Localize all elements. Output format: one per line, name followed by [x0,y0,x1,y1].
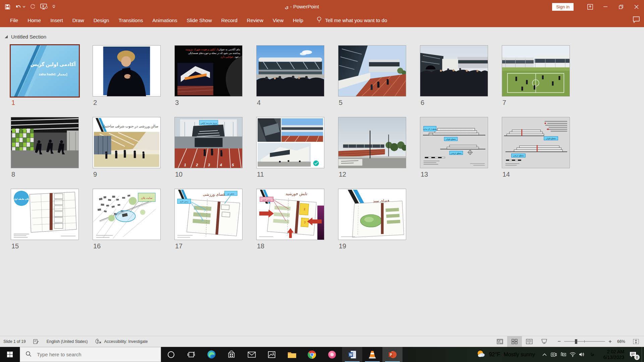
slide-thumbnail-15[interactable]: پلان طبقه اول [11,189,79,240]
section-header[interactable]: Untitled Section [5,34,46,40]
tab-view[interactable]: View [268,13,288,27]
zoom-slider-thumb[interactable] [575,339,577,344]
slide-thumbnail-9[interactable]: سالن ورزشی در جنوب شرقی ساختمان [93,117,161,168]
tab-slide-show[interactable]: Slide Show [182,13,216,27]
slide-thumbnail-13[interactable]: مقطع از کل سایت مقطع طولی مقطع عرضی [420,117,488,168]
slide-cell: آکادمی اولین گریس zaha hadid: معمار]1 [11,45,79,110]
accessibility-status[interactable]: Accessibility: Investigate [95,338,148,345]
tab-transitions[interactable]: Transitions [114,13,148,27]
search-input[interactable] [36,351,138,358]
slide-thumbnail-10[interactable]: 12345 ورود مدرسه اولین [174,117,243,168]
slide-thumbnail-14[interactable]: مقطع طولی مقطع عرضی [502,117,570,168]
wifi-icon[interactable] [568,347,577,362]
taskbar-app-your-phone-icon[interactable] [322,347,342,362]
zoom-out-button[interactable]: − [557,338,561,345]
slide-thumbnail-2[interactable] [93,45,161,97]
weather-widget[interactable]: 92°F Mostly sunny [472,347,540,362]
meet-now-icon[interactable] [549,347,558,362]
tab-design[interactable]: Design [89,13,114,27]
slide-thumbnail-18[interactable]: تابش خورشید 2 7 زمین بازی [256,189,324,240]
start-slideshow-icon[interactable] [40,4,48,10]
taskbar-app-edge-icon[interactable] [201,347,221,362]
slide-thumbnail-1[interactable]: آکادمی اولین گریس zaha hadid: معمار] [11,45,79,97]
slide-show-button[interactable] [537,336,551,347]
section-collapse-icon[interactable] [5,34,8,40]
zoom-in-button[interactable]: + [608,338,612,345]
customize-qat-icon[interactable] [52,5,55,8]
svg-text:پنداشته می شود که در محله و حو: پنداشته می شود که در محله و حوزه های همس… [188,52,240,55]
slide-thumbnail-12[interactable] [338,117,406,168]
svg-text:بخش دو: بخش دو [227,193,234,195]
taskbar-search[interactable] [20,347,161,362]
slide-number: 8 [11,171,15,178]
taskbar-app-photos-icon[interactable] [262,347,282,362]
tab-animations[interactable]: Animations [148,13,182,27]
pen-input-icon[interactable] [558,347,568,362]
slide-cell: سالن ورزشی در جنوب شرقی ساختمان 9 [93,117,161,181]
slide-cell: 8 [11,117,79,181]
normal-view-button[interactable] [492,336,507,347]
tab-insert[interactable]: Insert [46,13,68,27]
slide-thumbnail-19[interactable]: فضای سبز [338,189,406,240]
tab-record[interactable]: Record [216,13,242,27]
slide-cell: فضای سبز 19 [338,189,406,253]
taskbar-apps: WP [161,347,402,362]
slide-thumbnail-7[interactable] [502,45,570,97]
comments-icon[interactable] [633,16,640,24]
taskbar-app-mail-icon[interactable] [241,347,262,362]
slide-thumbnail-11[interactable] [256,117,324,168]
tell-me-box[interactable]: Tell me what you want to do [317,16,387,24]
taskbar-app-store-icon[interactable] [221,347,241,362]
slide-cell: سایت پلان 16 [93,189,161,253]
taskbar-app-powerpoint-icon[interactable]: P [382,347,402,362]
tab-draw[interactable]: Draw [68,13,89,27]
undo-icon[interactable] [15,4,25,9]
slide-sorter-canvas: Untitled Section آکادمی اولین گریس zaha … [0,27,644,336]
taskbar-app-chrome-icon[interactable] [302,347,322,362]
taskbar-clock[interactable]: 2:02 AM 6/13/2023 [599,349,624,360]
start-button[interactable] [0,347,20,362]
tab-file[interactable]: File [5,13,23,27]
reading-view-button[interactable] [522,336,537,347]
volume-icon[interactable] [577,347,587,362]
close-button[interactable] [629,0,644,13]
slide-thumbnail-4[interactable] [256,45,324,97]
language-status[interactable]: English (United States) [47,339,88,344]
zoom-controls: − + [557,338,612,345]
slide-cell: مقطع طولی مقطع عرضی 14 [502,117,570,181]
taskbar-app-word-icon[interactable]: W [342,347,362,362]
tab-review[interactable]: Review [242,13,268,27]
show-desktop-button[interactable] [642,347,644,362]
save-icon[interactable] [5,4,10,10]
taskbar-app-cortana-icon[interactable] [161,347,181,362]
svg-text:2: 2 [196,163,198,167]
search-icon [25,351,32,358]
tray-chevron-icon[interactable] [540,347,549,362]
slide-thumbnail-16[interactable]: سایت پلان [93,189,161,240]
tab-home[interactable]: Home [23,13,46,27]
taskbar-app-file-explorer-icon[interactable] [282,347,302,362]
sign-in-button[interactable]: Sign in [552,3,574,11]
spell-check-icon[interactable] [33,339,39,344]
slide-thumbnail-17[interactable]: فضای ورزشی بخش دو زمین بازی [174,189,243,240]
input-language-indicator[interactable]: فا [587,352,598,357]
tab-help[interactable]: Help [288,13,308,27]
slide-cell: 7 [502,45,570,110]
slide-thumbnail-6[interactable] [420,45,488,97]
ribbon-display-options-icon[interactable] [582,0,598,13]
slide-sorter-view-button[interactable] [507,336,522,347]
fit-to-window-button[interactable] [630,336,642,347]
taskbar-app-task-view-icon[interactable] [181,347,201,362]
slide-thumbnail-3[interactable]: بنای آکادمی به عنوان یک آیکون و هویت شهر… [174,45,243,97]
taskbar-app-vlc-icon[interactable] [362,347,382,362]
weather-icon [476,349,486,360]
zoom-slider[interactable] [564,339,605,344]
slide-thumbnail-8[interactable] [11,117,79,168]
minimize-button[interactable] [598,0,613,13]
notification-center-icon[interactable]: 8 [624,347,642,362]
tell-me-label: Tell me what you want to do [325,17,387,23]
restore-button[interactable] [613,0,629,13]
slide-thumbnail-5[interactable] [338,45,406,97]
ribbon-tab-bar: FileHomeInsertDrawDesignTransitionsAnima… [0,13,644,27]
zoom-level[interactable]: 66% [612,339,625,344]
